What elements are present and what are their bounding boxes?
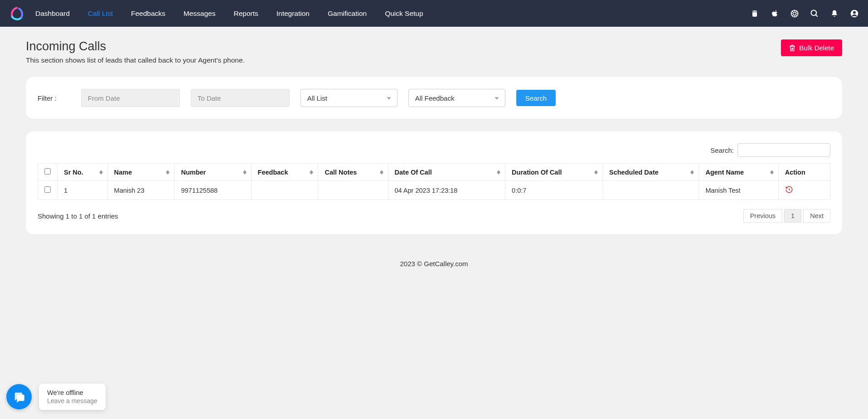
svg-point-6 — [853, 11, 856, 14]
table-search-label: Search: — [710, 146, 734, 154]
cell-srno: 1 — [58, 181, 108, 200]
entries-info: Showing 1 to 1 of 1 entries — [38, 212, 118, 220]
col-number[interactable]: Number — [175, 164, 251, 181]
cell-agent: Manish Test — [699, 181, 778, 200]
user-icon[interactable] — [850, 9, 859, 18]
col-action: Action — [778, 164, 830, 181]
bell-icon[interactable] — [830, 9, 839, 18]
from-date-input[interactable] — [81, 89, 180, 107]
col-agent[interactable]: Agent Name — [699, 164, 778, 181]
col-callnotes[interactable]: Call Notes — [318, 164, 388, 181]
help-icon[interactable] — [790, 9, 799, 18]
prev-button[interactable]: Previous — [743, 209, 782, 223]
cell-dateofcall: 04 Apr 2023 17:23:18 — [388, 181, 505, 200]
history-icon[interactable] — [785, 185, 793, 194]
table-search-input[interactable] — [737, 143, 830, 157]
col-feedback[interactable]: Feedback — [251, 164, 318, 181]
cell-duration: 0:0:7 — [505, 181, 603, 200]
calls-table: Sr No. Name Number Feedback Call Notes D… — [38, 163, 830, 200]
logo-icon — [9, 6, 24, 21]
android-icon[interactable] — [750, 9, 759, 18]
row-checkbox[interactable] — [44, 186, 51, 193]
footer: 2023 © GetCalley.com — [0, 247, 868, 280]
chat-subtitle: Leave a message — [47, 397, 97, 404]
page-title: Incoming Calls — [26, 39, 245, 54]
cell-callnotes — [318, 181, 388, 200]
nav-reports[interactable]: Reports — [233, 10, 258, 18]
page-subtitle: This section shows list of leads that ca… — [26, 56, 245, 64]
col-srno[interactable]: Sr No. — [58, 164, 108, 181]
nav-quick-setup[interactable]: Quick Setup — [385, 10, 423, 18]
nav-feedbacks[interactable]: Feedbacks — [131, 10, 165, 18]
bulk-delete-label: Bulk Delete — [799, 44, 834, 52]
nav-call-list[interactable]: Call List — [88, 10, 113, 18]
feedback-select[interactable]: All Feedback — [408, 89, 505, 107]
bulk-delete-button[interactable]: Bulk Delete — [781, 39, 842, 56]
nav-integration[interactable]: Integration — [276, 10, 310, 18]
table-card: Search: Sr No. Name Number Feedback Call… — [26, 132, 842, 234]
cell-scheduled — [603, 181, 699, 200]
nav-icons — [750, 9, 859, 18]
cell-name: Manish 23 — [107, 181, 175, 200]
cell-number: 9971125588 — [175, 181, 251, 200]
col-duration[interactable]: Duration Of Call — [505, 164, 603, 181]
logo[interactable] — [9, 6, 24, 21]
trash-icon — [789, 44, 795, 52]
svg-point-3 — [793, 12, 796, 15]
chat-bubble-button[interactable] — [6, 384, 32, 409]
col-scheduled[interactable]: Scheduled Date — [603, 164, 699, 181]
chat-icon — [13, 390, 25, 403]
top-navigation: Dashboard Call List Feedbacks Messages R… — [0, 0, 868, 27]
table-row: 1 Manish 23 9971125588 04 Apr 2023 17:23… — [38, 181, 830, 200]
page-header: Incoming Calls This section shows list o… — [0, 27, 868, 64]
chat-popup[interactable]: We're offline Leave a message — [39, 384, 106, 410]
nav-dashboard[interactable]: Dashboard — [35, 10, 70, 18]
page-1-button[interactable]: 1 — [784, 209, 801, 223]
pagination: Previous 1 Next — [743, 209, 830, 223]
svg-point-0 — [753, 11, 754, 11]
col-dateofcall[interactable]: Date Of Call — [388, 164, 505, 181]
next-button[interactable]: Next — [803, 209, 830, 223]
chat-title: We're offline — [47, 389, 97, 396]
filter-label: Filter : — [38, 94, 57, 102]
svg-point-4 — [811, 10, 817, 15]
apple-icon[interactable] — [770, 9, 779, 18]
filter-card: Filter : All List All Feedback Search — [26, 77, 842, 119]
svg-point-1 — [756, 11, 756, 11]
nav-links: Dashboard Call List Feedbacks Messages R… — [35, 10, 750, 18]
search-icon[interactable] — [810, 9, 819, 18]
nav-gamification[interactable]: Gamification — [328, 10, 367, 18]
to-date-input[interactable] — [191, 89, 290, 107]
cell-feedback — [251, 181, 318, 200]
list-select[interactable]: All List — [301, 89, 398, 107]
search-button[interactable]: Search — [516, 90, 556, 106]
col-name[interactable]: Name — [107, 164, 175, 181]
chat-widget: We're offline Leave a message — [6, 384, 106, 410]
nav-messages[interactable]: Messages — [184, 10, 216, 18]
cell-action — [778, 181, 830, 200]
select-all-checkbox[interactable] — [44, 168, 51, 175]
